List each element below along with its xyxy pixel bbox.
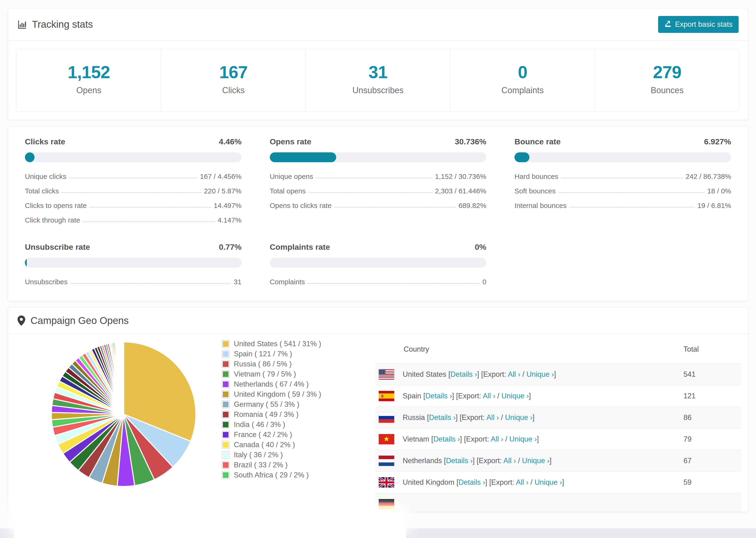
total-cell: 59	[683, 471, 741, 493]
stat-label: Unsubscribes	[306, 85, 450, 95]
total-cell	[683, 493, 741, 512]
rate-title: Bounce rate	[514, 137, 561, 146]
legend-swatch	[222, 370, 230, 378]
export-unique-link[interactable]: Unique ›	[526, 370, 554, 378]
details-link[interactable]: Details ›	[429, 413, 456, 422]
flag-cell	[375, 428, 403, 450]
legend-label: Russia ( 86 / 5% )	[234, 360, 292, 368]
export-all-link[interactable]: All ›	[508, 370, 520, 378]
rate-detail-row: Total clicks220 / 5.87%	[25, 187, 242, 195]
rate-detail-label: Unique opens	[270, 173, 313, 181]
map-pin-icon	[17, 315, 26, 326]
gb-flag-icon	[379, 477, 394, 488]
legend-item-united-kingdom[interactable]: United Kingdom ( 59 / 3% )	[222, 390, 359, 398]
legend-item-vietnam[interactable]: Vietnam ( 79 / 5% )	[222, 370, 359, 378]
legend-label: Romania ( 49 / 3% )	[234, 410, 298, 418]
total-cell: 79	[683, 428, 741, 450]
rate-detail-label: Internal bounces	[514, 202, 567, 210]
rate-head: Unsubscribe rate0.77%	[25, 242, 242, 252]
rate-detail-value: 220 / 5.87%	[204, 187, 242, 195]
rate-detail-value: 1,152 / 30.736%	[435, 173, 486, 181]
country-name: Russia	[403, 413, 427, 422]
legend-label: France ( 42 / 2% )	[234, 431, 292, 439]
legend-item-canada[interactable]: Canada ( 40 / 2% )	[222, 441, 359, 449]
export-all-link[interactable]: All ›	[483, 392, 495, 400]
flag-cell	[375, 493, 403, 512]
rate-block-complaints-rate: Complaints rate0%Complaints0	[270, 242, 486, 286]
export-label: Export:	[479, 457, 503, 465]
rate-detail-label: Opens to clicks rate	[270, 202, 332, 210]
details-link[interactable]: Details ›	[433, 435, 460, 443]
legend-swatch	[222, 340, 230, 348]
legend-swatch	[222, 380, 230, 388]
legend-item-netherlands[interactable]: Netherlands ( 67 / 4% )	[222, 380, 359, 388]
pie-slice-other	[123, 342, 124, 414]
rate-block-unsubscribe-rate: Unsubscribe rate0.77%Unsubscribes31	[25, 242, 242, 286]
table-row-netherlands: Netherlands [Details ›] [Export: All › /…	[375, 450, 741, 471]
export-unique-link[interactable]: Unique ›	[501, 392, 529, 400]
legend-item-south-africa[interactable]: South Africa ( 29 / 2% )	[222, 471, 359, 479]
details-link[interactable]: Details ›	[446, 457, 473, 465]
legend-item-spain[interactable]: Spain ( 121 / 7% )	[222, 350, 359, 358]
stat-value: 167	[161, 62, 306, 82]
export-label: Export:	[491, 478, 516, 486]
legend-label: South Africa ( 29 / 2% )	[234, 471, 309, 479]
legend-item-france[interactable]: France ( 42 / 2% )	[222, 431, 359, 439]
export-all-link[interactable]: All ›	[516, 478, 528, 486]
geo-title: Campaign Geo Opens	[17, 315, 129, 326]
details-link[interactable]: Details ›	[459, 478, 485, 486]
dotted-leader	[569, 207, 694, 207]
dotted-leader	[308, 192, 432, 193]
ru-flag-icon	[379, 412, 394, 423]
legend-item-india[interactable]: India ( 46 / 3% )	[222, 421, 359, 429]
total-cell: 86	[683, 407, 741, 428]
geo-table: Country Total United States [Details ›] …	[375, 334, 741, 512]
table-row-vietnam: Vietnam [Details ›] [Export: All › / Uni…	[375, 428, 741, 450]
export-all-link[interactable]: All ›	[486, 413, 499, 422]
legend-swatch	[222, 441, 230, 449]
country-cell: Russia [Details ›] [Export: All › / Uniq…	[403, 407, 683, 428]
details-link[interactable]: Details ›	[425, 392, 452, 400]
header-divider	[8, 40, 748, 41]
export-all-link[interactable]: All ›	[491, 435, 503, 443]
tracking-stats-card: Tracking stats Export basic stats 1,152O…	[8, 8, 748, 120]
progress-bar	[25, 258, 242, 268]
export-unique-link[interactable]: Unique ›	[505, 413, 532, 422]
progress-bar	[514, 152, 731, 162]
rate-detail-row: Opens to clicks rate689.82%	[270, 202, 486, 210]
rate-block-clicks-rate: Clicks rate4.46%Unique clicks167 / 4.456…	[25, 137, 242, 224]
legend-label: Italy ( 36 / 2% )	[234, 451, 283, 459]
export-button-label: Export basic stats	[675, 20, 732, 28]
rate-head: Complaints rate0%	[270, 242, 486, 252]
legend-item-romania[interactable]: Romania ( 49 / 3% )	[222, 410, 359, 418]
legend-item-brazil[interactable]: Brazil ( 33 / 2% )	[222, 461, 359, 469]
rate-detail-label: Click through rate	[25, 216, 80, 224]
column-header-country: Country	[375, 334, 683, 364]
legend-item-united-states[interactable]: United States ( 541 / 31% )	[222, 340, 359, 348]
stat-cell-unsubscribes: 31Unsubscribes	[306, 49, 450, 112]
export-unique-link[interactable]: Unique ›	[509, 435, 537, 443]
export-all-link[interactable]: All ›	[503, 457, 516, 465]
legend-item-italy[interactable]: Italy ( 36 / 2% )	[222, 451, 359, 459]
export-basic-stats-button[interactable]: Export basic stats	[658, 16, 739, 33]
legend-item-germany[interactable]: Germany ( 55 / 3% )	[222, 401, 359, 408]
stat-value: 279	[595, 62, 739, 82]
geo-table-wrap: Country Total United States [Details ›] …	[375, 334, 741, 512]
table-row-united-states: United States [Details ›] [Export: All ›…	[375, 364, 741, 385]
rate-percent: 6.927%	[704, 137, 731, 146]
dotted-leader	[71, 283, 231, 284]
legend-item-russia[interactable]: Russia ( 86 / 5% )	[222, 360, 359, 368]
export-unique-link[interactable]: Unique ›	[522, 457, 549, 465]
export-unique-link[interactable]: Unique ›	[535, 478, 562, 486]
rate-detail-label: Complaints	[270, 278, 305, 286]
table-row-russia: Russia [Details ›] [Export: All › / Uniq…	[375, 407, 741, 428]
rates-grid: Clicks rate4.46%Unique clicks167 / 4.456…	[8, 126, 748, 301]
flag-cell	[375, 385, 403, 407]
bar-chart-icon	[17, 20, 27, 29]
progress-bar-fill	[25, 152, 34, 162]
country-name: Vietnam	[403, 435, 431, 443]
table-row-spain: Spain [Details ›] [Export: All › / Uniqu…	[375, 385, 741, 407]
rate-block-opens-rate: Opens rate30.736%Unique opens1,152 / 30.…	[270, 137, 486, 224]
rate-detail-row: Clicks to opens rate14.497%	[25, 202, 242, 210]
details-link[interactable]: Details ›	[450, 370, 477, 378]
